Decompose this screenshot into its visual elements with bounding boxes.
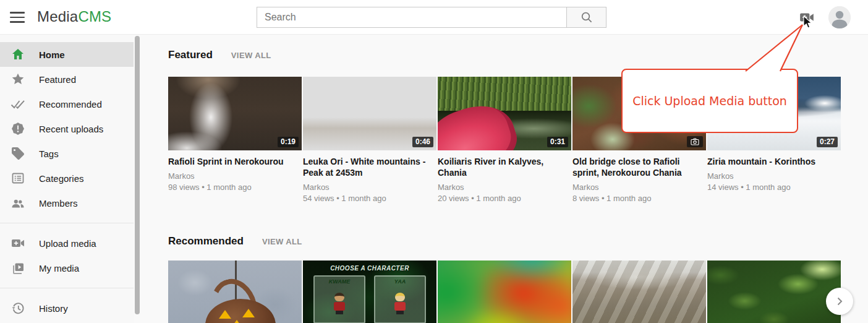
video-thumbnail[interactable] [572, 261, 706, 323]
sidebar-item-label: Upload media [39, 238, 96, 249]
sidebar: Home Featured Recommended [0, 35, 134, 323]
card-info: Leuka Ori - White mountains - Peak at 24… [303, 150, 436, 203]
upload-media-icon [11, 236, 25, 251]
sidebar-item-label: Home [39, 50, 65, 60]
media-author[interactable]: Markos [707, 171, 833, 181]
media-card[interactable]: 0:31 Koiliaris River in Kalyves, Chania … [438, 77, 571, 203]
avatar[interactable] [828, 6, 851, 28]
categories-icon [11, 171, 25, 186]
media-author[interactable]: Markos [303, 183, 429, 192]
duration-badge: 0:31 [547, 137, 568, 147]
media-author[interactable]: Markos [572, 183, 699, 192]
search-input[interactable] [257, 7, 567, 28]
logo-cms-text: CMS [78, 8, 111, 25]
video-thumbnail[interactable] [438, 261, 571, 323]
home-icon [11, 47, 25, 62]
video-thumbnail[interactable]: 0:46 [303, 77, 436, 150]
media-card[interactable]: 0:46 Leuka Ori - White mountains - Peak … [303, 77, 436, 203]
sidebar-item-categories[interactable]: Categories [0, 166, 134, 191]
media-meta: 20 views • 1 month ago [438, 194, 564, 203]
sidebar-divider [0, 288, 134, 288]
user-silhouette-icon [828, 6, 851, 28]
game-character-name: YAA [375, 278, 425, 285]
duration-badge: 0:46 [412, 137, 433, 147]
done-all-icon [11, 97, 25, 111]
tutorial-callout: Click Upload Media button [621, 69, 798, 133]
sidebar-item-home[interactable]: Home [0, 42, 134, 67]
sidebar-item-tags[interactable]: Tags [0, 141, 134, 166]
video-thumbnail[interactable] [168, 261, 302, 323]
duration-badge: 0:19 [278, 137, 299, 147]
card-info: Koiliaris River in Kalyves, Chania Marko… [438, 150, 571, 203]
media-meta: 54 views • 1 month ago [303, 194, 429, 203]
scrollbar-thumb[interactable] [135, 36, 140, 314]
logo-media-text: Media [37, 8, 78, 25]
media-title[interactable]: Old bridge close to Rafioli sprint, Nero… [572, 156, 699, 178]
sidebar-item-recommended[interactable]: Recommended [0, 92, 134, 116]
sidebar-item-my-media[interactable]: My media [0, 256, 134, 280]
media-title[interactable]: Leuka Ori - White mountains - Peak at 24… [303, 156, 429, 178]
video-thumbnail[interactable] [707, 261, 841, 323]
chevron-right-icon [833, 295, 846, 308]
app-logo[interactable]: MediaCMS [37, 8, 111, 25]
photo-badge [687, 136, 703, 147]
game-character-name: KWAME [315, 278, 364, 285]
game-title-text: CHOOSE A CHARACTER [303, 265, 436, 272]
sidebar-item-label: My media [39, 263, 79, 273]
members-icon [11, 196, 25, 210]
media-title[interactable]: Rafioli Sprint in Nerokourou [168, 156, 294, 167]
featured-view-all-link[interactable]: VIEW ALL [231, 51, 271, 60]
history-icon [11, 301, 25, 316]
search-icon [580, 11, 594, 24]
section-title: Featured [168, 49, 213, 61]
camera-icon [691, 138, 699, 145]
sidebar-item-members[interactable]: Members [0, 191, 134, 215]
video-thumbnail[interactable]: 0:31 [438, 77, 571, 150]
callout-text: Click Upload Media button [632, 94, 787, 108]
row-next-button[interactable] [826, 288, 853, 315]
media-meta: 14 views • 1 month ago [707, 183, 833, 192]
media-author[interactable]: Markos [168, 171, 294, 181]
callout-pointer [736, 20, 810, 73]
card-info: Rafioli Sprint in Nerokourou Markos 98 v… [168, 150, 302, 192]
sidebar-item-label: Recommended [39, 99, 102, 110]
recommended-view-all-link[interactable]: VIEW ALL [262, 237, 302, 246]
duration-badge: 0:27 [817, 137, 838, 147]
sidebar-item-label: Tags [39, 149, 59, 159]
video-thumbnail[interactable]: CHOOSE A CHARACTER KWAME Selected YAA Se… [303, 261, 436, 323]
star-icon [11, 72, 25, 87]
sidebar-item-featured[interactable]: Featured [0, 67, 134, 92]
media-card[interactable]: 0:19 Rafioli Sprint in Nerokourou Markos… [168, 77, 302, 203]
menu-icon[interactable] [9, 10, 26, 25]
search-bar [257, 7, 606, 28]
sidebar-scrollbar [135, 35, 140, 323]
sidebar-item-label: Featured [39, 74, 76, 85]
media-title[interactable]: Koiliaris River in Kalyves, Chania [438, 156, 564, 178]
card-info: Ziria mountain - Korinthos Markos 14 vie… [707, 150, 841, 192]
sidebar-item-upload-media[interactable]: Upload media [0, 231, 134, 256]
video-thumbnail[interactable]: 0:19 [168, 77, 302, 150]
card-info: Old bridge close to Rafioli sprint, Nero… [572, 150, 706, 203]
sidebar-item-label: Categories [39, 173, 84, 184]
section-title: Recommended [168, 235, 244, 248]
mouse-cursor [803, 15, 813, 29]
media-meta: 8 views • 1 month ago [572, 194, 699, 203]
my-media-icon [11, 261, 25, 275]
new-releases-icon [11, 121, 25, 136]
sidebar-item-history[interactable]: History [0, 296, 134, 321]
featured-section-header: Featured VIEW ALL [168, 49, 271, 61]
recommended-row: CHOOSE A CHARACTER KWAME Selected YAA Se… [168, 261, 841, 323]
sidebar-item-label: Members [39, 198, 78, 209]
mediacms-app: MediaCMS [0, 0, 868, 323]
sidebar-divider [0, 223, 134, 223]
sidebar-item-label: History [39, 303, 68, 314]
sidebar-item-recent-uploads[interactable]: Recent uploads [0, 116, 134, 141]
tag-icon [11, 146, 25, 161]
search-button[interactable] [567, 7, 606, 28]
sidebar-item-label: Recent uploads [39, 124, 103, 134]
recommended-section-header: Recommended VIEW ALL [168, 235, 302, 248]
media-title[interactable]: Ziria mountain - Korinthos [707, 156, 833, 167]
media-meta: 98 views • 1 month ago [168, 183, 294, 192]
media-author[interactable]: Markos [438, 183, 564, 192]
